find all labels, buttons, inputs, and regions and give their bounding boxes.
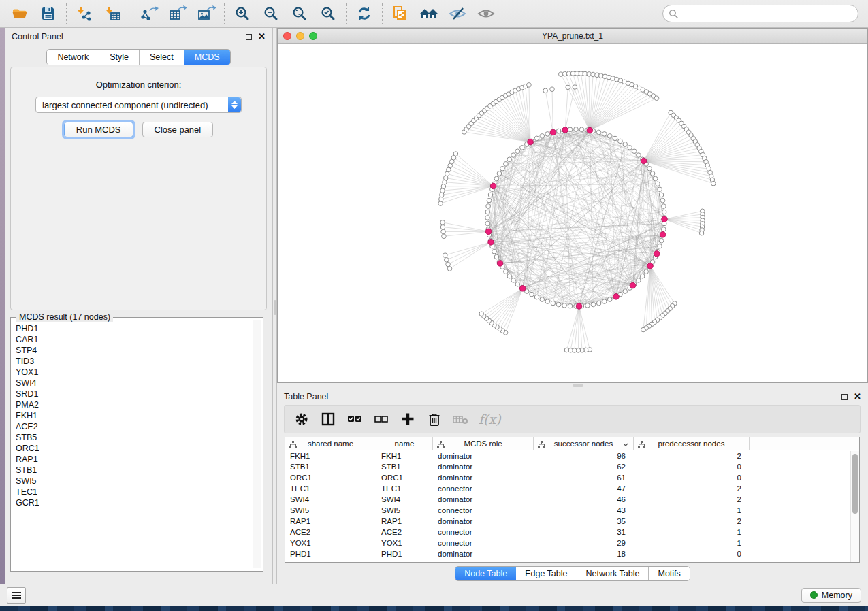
list-item[interactable]: SRD1 [14, 389, 252, 399]
list-item[interactable]: PMA2 [14, 399, 252, 410]
close-panel-icon[interactable]: ✕ [258, 33, 266, 40]
import-table-button[interactable] [99, 1, 127, 26]
memory-button[interactable]: Memory [801, 588, 861, 603]
zoom-out-button[interactable] [257, 1, 285, 26]
list-item[interactable]: YOX1 [14, 367, 252, 378]
cell-name: FKH1 [376, 450, 433, 461]
network-window-titlebar[interactable]: YPA_prune.txt_1 [278, 29, 867, 44]
splitter-handle[interactable] [274, 300, 276, 315]
list-item[interactable]: FKH1 [14, 410, 252, 421]
tab-edge-table[interactable]: Edge Table [516, 567, 577, 580]
table-scrollbar[interactable] [850, 451, 859, 562]
export-image-button[interactable] [192, 1, 221, 26]
horizontal-splitter[interactable] [277, 383, 868, 388]
run-mcds-button[interactable]: Run MCDS [64, 122, 133, 137]
control-panel: Control Panel ✕ NetworkStyleSelectMCDS O… [5, 28, 272, 584]
splitter-handle[interactable] [573, 384, 583, 387]
network-canvas[interactable] [278, 44, 867, 382]
refresh-button[interactable] [350, 1, 379, 26]
float-panel-icon[interactable] [841, 394, 848, 400]
cell-shared-name: YOX1 [285, 538, 376, 548]
zoom-selected-button[interactable] [314, 1, 342, 26]
show-columns-button[interactable] [319, 410, 337, 428]
table-row[interactable]: FKH1FKH1dominator962 [285, 450, 859, 461]
list-item[interactable]: CAR1 [14, 334, 252, 345]
column-header-name[interactable]: name [376, 437, 433, 450]
tab-mcds[interactable]: MCDS [184, 50, 230, 65]
cell-shared-name: PHD1 [285, 548, 376, 559]
list-item[interactable]: RAP1 [14, 454, 252, 465]
criterion-dropdown[interactable]: largest connected component (undirected) [35, 97, 242, 113]
cell-predecessor-nodes: 2 [634, 483, 750, 494]
table-row[interactable]: YOX1YOX1connector291 [285, 538, 859, 548]
trash-icon [427, 412, 442, 427]
list-item[interactable]: GCR1 [14, 497, 252, 508]
zoom-fit-icon [291, 5, 308, 22]
select-all-button[interactable] [346, 410, 364, 428]
table-row[interactable]: TEC1TEC1connector472 [285, 483, 859, 494]
column-header-shared-name[interactable]: shared name [285, 437, 376, 450]
open-file-button[interactable] [5, 1, 34, 26]
save-session-button[interactable] [34, 1, 63, 26]
table-row[interactable]: RAP1RAP1dominator352 [285, 516, 859, 527]
table-row[interactable]: SWI5SWI5connector431 [285, 505, 859, 516]
attribute-type-icon [538, 441, 545, 448]
network-graph[interactable] [278, 44, 867, 382]
close-panel-icon[interactable]: ✕ [854, 393, 861, 400]
list-item[interactable]: STB1 [14, 465, 252, 476]
delete-table-button[interactable] [452, 410, 470, 428]
duplicate-network-button[interactable] [386, 1, 415, 26]
list-item[interactable]: STP4 [14, 345, 252, 356]
tab-style[interactable]: Style [99, 50, 140, 65]
result-scrollbar[interactable] [253, 320, 261, 568]
import-network-button[interactable] [70, 1, 99, 26]
function-builder-button[interactable]: f(x) [479, 410, 501, 428]
vertical-splitter[interactable] [272, 28, 277, 584]
list-item[interactable]: TEC1 [14, 486, 252, 497]
list-item[interactable]: ACE2 [14, 421, 252, 432]
float-panel-icon[interactable] [246, 34, 252, 40]
scrollbar-thumb[interactable] [852, 454, 858, 514]
hide-selected-button[interactable] [443, 1, 472, 26]
cell-mcds-role: dominator [433, 461, 534, 472]
table-settings-button[interactable] [293, 410, 310, 428]
table-row[interactable]: PHD1PHD1dominator180 [285, 548, 859, 559]
zoom-in-button[interactable] [228, 1, 257, 26]
list-item[interactable]: TID3 [14, 356, 252, 367]
mcds-result-title: MCDS result (17 nodes) [16, 312, 113, 322]
first-neighbors-button[interactable] [415, 1, 443, 26]
table-row[interactable]: ACE2ACE2connector311 [285, 527, 859, 538]
list-item[interactable]: STB5 [14, 432, 252, 443]
close-panel-button[interactable]: Close panel [142, 122, 214, 137]
column-header-successor-nodes[interactable]: successor nodes [534, 437, 634, 450]
export-network-button[interactable] [135, 1, 163, 26]
delete-column-button[interactable] [425, 410, 443, 428]
list-item[interactable]: ORC1 [14, 443, 252, 454]
unselect-all-button[interactable] [372, 410, 390, 428]
add-column-button[interactable] [399, 410, 417, 428]
table-row[interactable]: STB1STB1dominator620 [285, 461, 859, 472]
list-item[interactable]: SWI5 [14, 476, 252, 486]
tab-network[interactable]: Network [47, 50, 99, 65]
list-icon [12, 592, 21, 593]
checked-boxes-icon [347, 412, 363, 427]
list-item[interactable]: PHD1 [14, 323, 252, 334]
tab-select[interactable]: Select [140, 50, 184, 65]
tab-network-table[interactable]: Network Table [577, 567, 649, 580]
column-header-mcds-role[interactable]: MCDS role [433, 437, 534, 450]
task-history-button[interactable] [7, 587, 26, 604]
show-all-button[interactable] [472, 1, 500, 26]
table-row[interactable]: SWI4SWI4dominator462 [285, 494, 859, 505]
export-table-button[interactable] [163, 1, 192, 26]
search-input[interactable] [662, 5, 858, 22]
attribute-type-icon [638, 441, 645, 448]
zoom-fit-button[interactable] [285, 1, 314, 26]
cell-predecessor-nodes: 1 [634, 538, 750, 548]
list-item[interactable]: SWI4 [14, 378, 252, 389]
column-header-predecessor-nodes[interactable]: predecessor nodes [634, 437, 750, 450]
tab-node-table[interactable]: Node Table [455, 567, 516, 580]
tab-motifs[interactable]: Motifs [649, 567, 689, 580]
table-row[interactable]: ORC1ORC1dominator610 [285, 472, 859, 483]
attribute-type-icon [289, 441, 297, 448]
table-body: FKH1FKH1dominator962STB1STB1dominator620… [285, 450, 859, 559]
